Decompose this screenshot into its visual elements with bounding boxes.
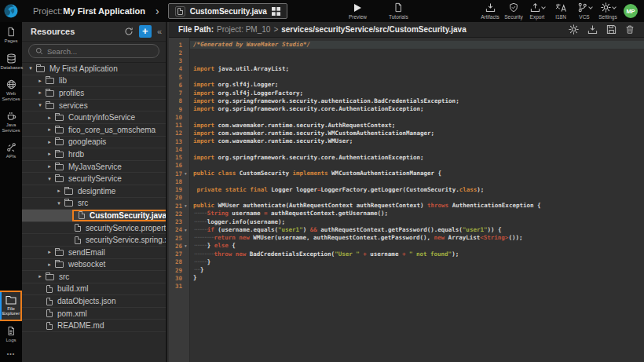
tree-item[interactable]: ▸CountryInfoService — [22, 112, 166, 124]
tree-item[interactable]: ▸profiles — [22, 87, 166, 100]
tree-item[interactable]: ▸MyJavaService — [22, 161, 166, 174]
code-line[interactable]: ············return new WMUser(username, … — [190, 234, 644, 242]
search-box[interactable] — [28, 44, 159, 58]
code-area[interactable]: 1234567891011121314151617▾18192021▾22232… — [169, 38, 644, 362]
code-line[interactable] — [190, 113, 644, 121]
import-file-icon[interactable] — [587, 24, 598, 35]
chevron-right-icon[interactable]: ▸ — [46, 139, 53, 145]
chevron-right-icon[interactable]: ▸ — [46, 249, 53, 255]
i18n-button[interactable]: I18N — [549, 2, 573, 20]
artifacts-button[interactable]: Artifacts — [478, 2, 502, 20]
search-input[interactable] — [47, 47, 152, 56]
tree-item[interactable]: ▸lib — [22, 75, 166, 88]
tree-item[interactable]: ▸fico_core_us_omschema — [22, 124, 166, 137]
code-line[interactable]: ········String username = authRequestCon… — [190, 210, 644, 218]
chevron-right-icon[interactable]: ▸ — [55, 188, 63, 194]
tree-item[interactable]: ▾securityService — [22, 173, 166, 185]
tree-item[interactable]: ▸sendEmail — [22, 247, 166, 259]
tree-item[interactable]: build.xml — [22, 283, 166, 296]
editor-settings-gear-icon[interactable] — [569, 24, 579, 35]
code-lines[interactable]: /*Generated by WaveMaker Studio*/ import… — [190, 38, 644, 362]
code-line[interactable]: import org.springframework.security.core… — [190, 154, 644, 162]
tutorials-button[interactable]: Tutorials — [389, 2, 408, 20]
code-line[interactable]: /*Generated by WaveMaker Studio*/ — [190, 41, 644, 49]
vcs-button[interactable]: VCS — [573, 2, 596, 20]
tree-item[interactable]: securityService.properties — [22, 222, 166, 235]
code-line[interactable]: } — [190, 274, 644, 282]
code-line[interactable]: import org.slf4j.Logger; — [190, 81, 644, 89]
tree-item[interactable]: ▸src — [22, 271, 166, 283]
fold-marker-icon[interactable]: ▾ — [182, 243, 189, 248]
refresh-icon[interactable] — [124, 27, 134, 36]
chevron-right-icon[interactable]: ▸ — [36, 273, 44, 280]
wavemaker-logo-icon[interactable] — [0, 0, 22, 22]
sidebar-item-databases[interactable]: Databases — [0, 49, 22, 75]
code-line[interactable] — [190, 194, 644, 202]
code-line[interactable]: ············throw new BadCredentialsExce… — [190, 250, 644, 258]
code-line[interactable]: ····} — [190, 266, 644, 274]
settings-button[interactable]: Settings — [596, 2, 620, 20]
fold-marker-icon[interactable]: ▾ — [182, 203, 189, 208]
code-line[interactable]: import org.springframework.security.core… — [190, 105, 644, 113]
code-line[interactable] — [190, 177, 644, 185]
grid-icon[interactable] — [272, 7, 280, 16]
chevron-right-icon[interactable]: ▸ — [46, 261, 53, 268]
tree-item[interactable]: pom.xml — [22, 308, 166, 320]
chevron-down-icon[interactable]: ▾ — [27, 65, 35, 71]
sidebar-item-pages[interactable]: Pages — [0, 22, 22, 49]
code-line[interactable] — [190, 283, 644, 291]
tree-item[interactable]: CustomSecurity.java — [22, 210, 166, 222]
code-line[interactable]: import com.wavemaker.runtime.security.WM… — [190, 130, 644, 137]
code-line[interactable]: ········logger.info(username); — [190, 218, 644, 226]
chevron-down-icon[interactable]: ▾ — [55, 200, 63, 207]
sidebar-item-file-explorer[interactable]: File Explorer — [0, 291, 22, 321]
more-options-icon[interactable]: ••• — [7, 347, 15, 362]
sidebar-item-apis[interactable]: APIs — [0, 137, 22, 164]
security-button[interactable]: Security — [502, 2, 525, 20]
tree-item[interactable]: ▸googleapis — [22, 137, 166, 149]
code-line[interactable]: import java.util.ArrayList; — [190, 65, 644, 73]
sidebar-item-web-services[interactable]: Web Services — [0, 75, 22, 106]
tree-item[interactable]: securityService.spring.xml — [22, 234, 166, 247]
chevron-right-icon[interactable]: ▸ — [46, 151, 53, 157]
chevron-right-icon[interactable]: ▸ — [36, 90, 44, 96]
preview-button[interactable]: Preview — [349, 3, 367, 20]
chevron-down-icon[interactable]: ▾ — [46, 176, 53, 182]
code-line[interactable]: public class CustomSecurity implements W… — [190, 170, 644, 177]
chevron-right-icon[interactable]: ▸ — [46, 126, 53, 133]
tree-item[interactable]: dataObjects.json — [22, 295, 166, 308]
code-line[interactable]: import com.wavemaker.runtime.security.WM… — [190, 137, 644, 145]
chevron-down-icon[interactable]: ▾ — [36, 102, 44, 108]
sidebar-item-java-services[interactable]: Java Services — [0, 106, 22, 137]
code-line[interactable] — [190, 73, 644, 81]
fold-marker-icon[interactable]: ▾ — [182, 228, 189, 232]
code-line[interactable]: ········} else { — [190, 242, 644, 250]
code-line[interactable]: ········if (username.equals("user1") && … — [190, 226, 644, 234]
tree-item[interactable]: ▾services — [22, 100, 166, 112]
tree-item[interactable]: ▾My First Application — [22, 63, 166, 75]
code-line[interactable] — [190, 57, 644, 65]
tree-item[interactable]: ▸designtime — [22, 185, 166, 198]
chevron-right-icon[interactable]: ▸ — [36, 78, 44, 84]
chevron-right-icon[interactable]: ▸ — [46, 115, 53, 121]
tree-item[interactable]: ▸websocket — [22, 259, 166, 272]
code-line[interactable]: public WMUser authenticate(AuthRequestCo… — [190, 202, 644, 210]
code-line[interactable]: import org.springframework.security.auth… — [190, 97, 644, 105]
add-resource-button[interactable]: + — [139, 25, 152, 38]
tree-item[interactable]: README.md — [22, 320, 166, 332]
collapse-panel-icon[interactable]: « — [157, 27, 162, 36]
tree-item[interactable]: ▾src — [22, 198, 166, 210]
chevron-right-icon[interactable]: ▸ — [46, 163, 53, 170]
code-line[interactable]: private static final Logger logger=Logge… — [190, 186, 644, 194]
export-button[interactable]: Export — [525, 2, 549, 20]
code-line[interactable] — [190, 145, 644, 153]
code-line[interactable] — [190, 162, 644, 170]
avatar[interactable]: MP — [624, 4, 638, 18]
fold-marker-icon[interactable]: ▾ — [182, 171, 189, 176]
sidebar-item-logs[interactable]: Logs — [0, 321, 22, 348]
code-line[interactable] — [190, 49, 644, 57]
code-line[interactable]: ········} — [190, 258, 644, 266]
save-icon[interactable] — [606, 24, 617, 35]
tab-customsecurity-java[interactable]: CustomSecurity.java — [168, 3, 287, 19]
code-line[interactable]: import com.wavemaker.runtime.security.Au… — [190, 122, 644, 130]
